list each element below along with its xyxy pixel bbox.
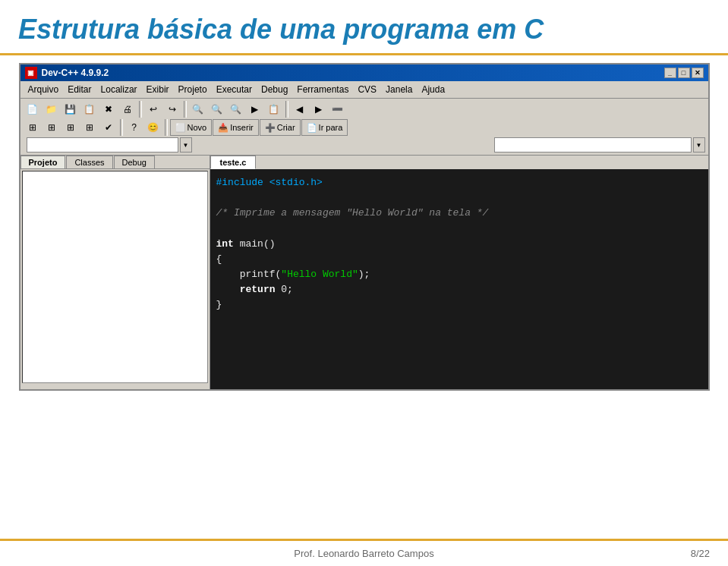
brace-close: } <box>216 299 222 310</box>
code-line-main: int main() <box>216 237 702 252</box>
close-button[interactable]: ✕ <box>692 68 704 78</box>
tb-find[interactable]: 🔍 <box>189 101 207 118</box>
tb-close[interactable]: ✖ <box>99 101 118 118</box>
tb-emoji[interactable]: 😊 <box>144 119 162 136</box>
title-bar: ▣ Dev-C++ 4.9.9.2 _ □ ✕ <box>20 64 708 81</box>
tb-help[interactable]: ? <box>125 119 143 136</box>
include-stmt: #include <stdio.h> <box>216 177 323 188</box>
tb-inserir-button[interactable]: 📥 Inserir <box>213 119 259 136</box>
tb-grid1[interactable]: ⊞ <box>24 119 42 136</box>
tb-save[interactable]: 💾 <box>61 101 80 118</box>
tb-next[interactable]: ▶ <box>310 101 328 118</box>
tb-save-all[interactable]: 📋 <box>80 101 99 118</box>
menu-editar[interactable]: Editar <box>63 83 96 96</box>
menu-ferramentas[interactable]: Ferramentas <box>292 83 353 96</box>
content-area: ▣ Dev-C++ 4.9.9.2 _ □ ✕ Arquivo Editar L… <box>0 55 728 391</box>
tb-grid4[interactable]: ⊞ <box>80 119 99 136</box>
menu-arquivo[interactable]: Arquivo <box>24 83 64 96</box>
tb-new[interactable]: 📄 <box>24 101 42 118</box>
minimize-button[interactable]: _ <box>664 68 676 78</box>
tb-criar-button[interactable]: ➕ Criar <box>260 119 301 136</box>
slide-title: Estrutura básica de uma programa em C <box>18 14 710 46</box>
keyword-return: return <box>216 284 276 295</box>
code-line-blank-1 <box>216 190 702 206</box>
dropdown-arrow-1[interactable]: ▼ <box>180 137 192 153</box>
brace-open: { <box>216 253 222 265</box>
comment-text: /* Imprime a mensagem "Hello World" na t… <box>216 207 489 219</box>
menu-localizar[interactable]: Localizar <box>96 83 142 96</box>
tb-copy[interactable]: 📋 <box>265 101 283 118</box>
menu-janela[interactable]: Janela <box>381 83 417 96</box>
menu-ajuda[interactable]: Ajuda <box>417 83 449 96</box>
tb-redo[interactable]: ↪ <box>163 101 181 118</box>
right-panel: teste.c #include <stdio.h> /* Imprime a … <box>210 156 708 389</box>
inserir-label: Inserir <box>230 123 254 132</box>
main-func: main() <box>240 238 276 250</box>
editor-container: Projeto Classes Debug teste.c #include <… <box>20 156 708 389</box>
toolbar-area: 📄 📁 💾 📋 ✖ 🖨 ↩ ↪ 🔍 🔍 🔍 ▶ 📋 ◀ ▶ ➖ <box>20 99 708 156</box>
menu-projeto[interactable]: Projeto <box>174 83 212 96</box>
printf-end: ); <box>358 269 370 280</box>
code-line-blank-2 <box>216 221 702 236</box>
tb-find3[interactable]: 🔍 <box>227 101 245 118</box>
panel-tabs: Projeto Classes Debug <box>20 156 210 169</box>
code-line-brace-open: { <box>216 252 702 267</box>
keyword-int: int <box>216 238 234 250</box>
code-line-printf: printf("Hello World"); <box>216 267 702 282</box>
tb-open[interactable]: 📁 <box>43 101 61 118</box>
tb-sep-5 <box>165 119 168 136</box>
tb-sep-4 <box>120 119 123 136</box>
inserir-icon: 📥 <box>218 123 228 133</box>
code-line-1: #include <stdio.h> <box>216 175 702 190</box>
slide-title-area: Estrutura básica de uma programa em C <box>0 0 728 55</box>
tb-print[interactable]: 🖨 <box>118 101 137 118</box>
toolbar-row-2: ⊞ ⊞ ⊞ ⊞ ✔ ? 😊 ⬜ Novo 📥 Inserir ➕ <box>24 118 705 137</box>
dropdown-input-1[interactable] <box>27 137 178 153</box>
app-icon: ▣ <box>25 67 37 79</box>
dropdown-input-2[interactable] <box>494 137 692 153</box>
left-panel-content <box>22 171 208 383</box>
tb-grid3[interactable]: ⊞ <box>61 119 80 136</box>
tb-undo[interactable]: ↩ <box>144 101 162 118</box>
tb-sep-3 <box>285 101 288 118</box>
tab-classes[interactable]: Classes <box>66 156 112 168</box>
novo-label: Novo <box>188 123 207 132</box>
tb-check[interactable]: ✔ <box>99 119 118 136</box>
code-line-brace-close: } <box>216 297 702 313</box>
window-title: Dev-C++ 4.9.9.2 <box>42 68 109 78</box>
tb-find2[interactable]: 🔍 <box>208 101 226 118</box>
maximize-button[interactable]: □ <box>678 68 690 78</box>
file-tab-testec[interactable]: teste.c <box>210 156 257 169</box>
footer-page: 8/22 <box>691 548 710 559</box>
tb-novo-button[interactable]: ⬜ Novo <box>170 119 213 136</box>
window-controls: _ □ ✕ <box>664 68 704 78</box>
tb-play[interactable]: ▶ <box>246 101 264 118</box>
tb-ir-para-button[interactable]: 📄 Ir para <box>301 119 348 136</box>
left-panel: Projeto Classes Debug <box>20 156 210 389</box>
tb-sep-2 <box>184 101 187 118</box>
irpara-icon: 📄 <box>307 123 317 133</box>
tb-minus[interactable]: ➖ <box>329 101 347 118</box>
tb-grid2[interactable]: ⊞ <box>43 119 61 136</box>
code-line-comment: /* Imprime a mensagem "Hello World" na t… <box>216 206 702 221</box>
menu-debug[interactable]: Debug <box>257 83 292 96</box>
criar-icon: ➕ <box>265 123 276 133</box>
tab-projeto[interactable]: Projeto <box>20 156 66 168</box>
menu-exibir[interactable]: Exibir <box>142 83 174 96</box>
tb-prev[interactable]: ◀ <box>291 101 309 118</box>
tb-sep-1 <box>139 101 142 118</box>
file-tabs: teste.c <box>210 156 708 169</box>
menu-cvs[interactable]: CVS <box>353 83 381 96</box>
toolbar-row-3: ▼ ▼ <box>24 137 705 153</box>
tab-debug[interactable]: Debug <box>114 156 155 168</box>
menu-executar[interactable]: Executar <box>212 83 257 96</box>
dropdown-1: ▼ <box>27 137 192 153</box>
code-line-return: return 0; <box>216 282 702 297</box>
toolbar-row-1: 📄 📁 💾 📋 ✖ 🖨 ↩ ↪ 🔍 🔍 🔍 ▶ 📋 ◀ ▶ ➖ <box>24 100 705 118</box>
code-editor[interactable]: #include <stdio.h> /* Imprime a mensagem… <box>210 169 708 389</box>
dropdown-arrow-2[interactable]: ▼ <box>693 137 705 153</box>
irpara-label: Ir para <box>319 123 343 132</box>
printf-string: "Hello World" <box>281 269 358 280</box>
slide-footer: Prof. Leonardo Barreto Campos 8/22 <box>0 539 728 566</box>
menu-bar: Arquivo Editar Localizar Exibir Projeto … <box>20 81 708 99</box>
